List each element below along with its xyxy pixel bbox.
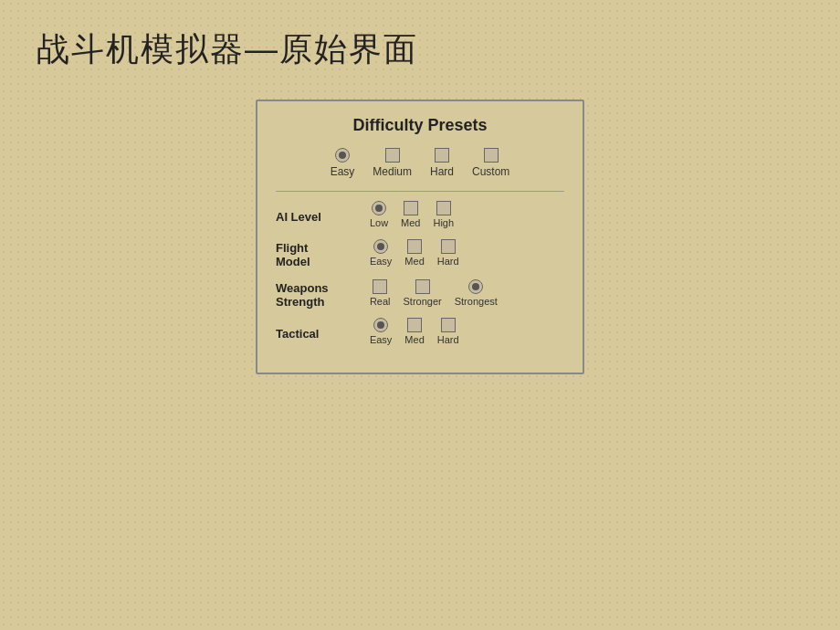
preset-custom-label: Custom <box>472 165 509 178</box>
preset-custom-check[interactable] <box>484 148 499 163</box>
page-title: 战斗机模拟器—原始界面 <box>0 0 840 90</box>
flight-model-row: FlightModel Easy Med <box>276 237 564 278</box>
dialog-container: Difficulty Presets Easy Medium Hard Cust… <box>0 100 840 374</box>
tactical-row: Tactical Easy Med <box>276 318 564 354</box>
fm-med-label: Med <box>404 256 424 267</box>
tac-easy-label: Easy <box>370 334 392 345</box>
ai-level-name: AI Level <box>276 201 370 237</box>
fm-easy-label: Easy <box>370 256 392 267</box>
tactical-options-row: Easy Med Hard <box>370 318 564 345</box>
ws-real-check[interactable] <box>373 279 387 294</box>
preset-medium[interactable]: Medium <box>373 148 412 178</box>
fm-easy[interactable]: Easy <box>370 239 392 267</box>
weapons-strength-options: Real Stronger Strongest <box>370 278 564 318</box>
ai-med[interactable]: Med <box>401 201 420 228</box>
ws-strongest[interactable]: Strongest <box>455 279 498 307</box>
ai-level-row: AI Level Low Med <box>276 201 564 237</box>
preset-easy[interactable]: Easy <box>331 148 355 178</box>
ws-strongest-radio[interactable] <box>468 279 483 294</box>
preset-custom[interactable]: Custom <box>472 148 509 178</box>
weapons-strength-name: WeaponsStrength <box>276 278 370 318</box>
tac-hard-check[interactable] <box>441 318 456 332</box>
preset-medium-check[interactable] <box>385 148 400 163</box>
ai-low-radio[interactable] <box>372 201 386 215</box>
preset-hard[interactable]: Hard <box>430 148 454 178</box>
ai-high[interactable]: High <box>433 201 454 228</box>
ai-high-check[interactable] <box>436 201 451 215</box>
ai-med-label: Med <box>401 217 420 228</box>
fm-hard-check[interactable] <box>441 239 456 254</box>
divider <box>276 191 564 192</box>
ai-low[interactable]: Low <box>370 201 388 228</box>
weapons-strength-options-row: Real Stronger Strongest <box>370 279 564 307</box>
fm-hard[interactable]: Hard <box>437 239 459 267</box>
flight-model-name: FlightModel <box>276 237 370 278</box>
difficulty-presets-dialog: Difficulty Presets Easy Medium Hard Cust… <box>256 100 584 374</box>
ai-med-check[interactable] <box>404 201 418 215</box>
fm-med-check[interactable] <box>407 239 422 254</box>
ai-high-label: High <box>433 217 454 228</box>
ai-level-options-row: Low Med High <box>370 201 564 228</box>
tac-med-label: Med <box>404 334 424 345</box>
flight-model-options: Easy Med Hard <box>370 237 564 278</box>
tac-hard[interactable]: Hard <box>437 318 459 345</box>
preset-medium-label: Medium <box>373 165 412 178</box>
ai-low-label: Low <box>370 217 388 228</box>
ws-strongest-label: Strongest <box>455 296 498 307</box>
settings-table: AI Level Low Med <box>276 201 564 354</box>
preset-hard-label: Hard <box>430 165 454 178</box>
fm-med[interactable]: Med <box>404 239 424 267</box>
tactical-options: Easy Med Hard <box>370 318 564 354</box>
tac-med-check[interactable] <box>407 318 422 332</box>
ai-level-options: Low Med High <box>370 201 564 237</box>
flight-model-options-row: Easy Med Hard <box>370 239 564 267</box>
preset-row: Easy Medium Hard Custom <box>276 148 564 178</box>
weapons-strength-row: WeaponsStrength Real Stronger <box>276 278 564 318</box>
preset-easy-label: Easy <box>331 165 355 178</box>
preset-hard-check[interactable] <box>435 148 449 163</box>
tac-med[interactable]: Med <box>404 318 424 345</box>
dialog-title: Difficulty Presets <box>276 116 564 135</box>
tac-hard-label: Hard <box>437 334 459 345</box>
ws-stronger-label: Stronger <box>404 296 442 307</box>
preset-easy-radio[interactable] <box>335 148 350 163</box>
ws-stronger-check[interactable] <box>415 279 430 294</box>
ws-stronger[interactable]: Stronger <box>404 279 442 307</box>
tac-easy[interactable]: Easy <box>370 318 392 345</box>
tactical-name: Tactical <box>276 318 370 354</box>
tac-easy-radio[interactable] <box>373 318 388 332</box>
fm-easy-radio[interactable] <box>373 239 388 254</box>
fm-hard-label: Hard <box>437 256 459 267</box>
ws-real-label: Real <box>370 296 391 307</box>
ws-real[interactable]: Real <box>370 279 391 307</box>
